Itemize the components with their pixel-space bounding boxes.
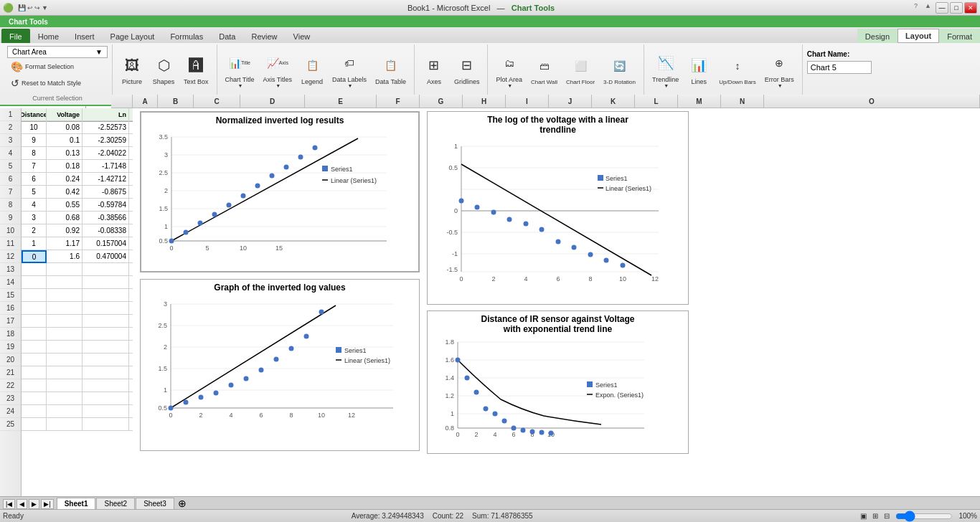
page-layout-view-icon[interactable]: ⊞: [872, 512, 878, 520]
normal-view-icon[interactable]: ▣: [860, 512, 867, 520]
tab-insert[interactable]: Insert: [67, 29, 103, 43]
row-num-7[interactable]: 7: [0, 186, 21, 199]
error-bars-btn[interactable]: ⊕ Error Bars▼: [761, 48, 798, 91]
cell-a4[interactable]: 8: [22, 147, 47, 160]
col-header-m[interactable]: M: [678, 95, 721, 108]
lines-btn[interactable]: 📊 Lines: [684, 48, 714, 91]
col-header-h[interactable]: H: [463, 95, 506, 108]
ribbon-minimize-icon[interactable]: ▲: [925, 2, 931, 14]
cell-a2[interactable]: 10: [22, 121, 47, 134]
tab-page-layout[interactable]: Page Layout: [103, 29, 163, 43]
row-num-4[interactable]: 4: [0, 147, 21, 160]
col-header-a[interactable]: A: [133, 95, 158, 108]
cell-c5[interactable]: -1.7148: [83, 160, 129, 173]
cell-a6[interactable]: 6: [22, 173, 47, 186]
chart-area-selector[interactable]: Chart Area ▼: [7, 46, 108, 58]
tab-view[interactable]: View: [286, 29, 319, 43]
cell-b10[interactable]: 0.92: [47, 224, 83, 237]
sheet-tab-sheet1[interactable]: Sheet1: [57, 498, 96, 509]
col-header-g[interactable]: G: [420, 95, 463, 108]
col-header-c[interactable]: C: [194, 95, 240, 108]
row-num-11[interactable]: 11: [0, 237, 21, 250]
row-num-15[interactable]: 15: [0, 289, 21, 302]
cell-a9[interactable]: 3: [22, 212, 47, 224]
chart-inverted-log[interactable]: Graph of the inverted log values: [140, 279, 420, 451]
tab-formulas[interactable]: Formulas: [162, 29, 211, 43]
row-num-22[interactable]: 22: [0, 379, 21, 392]
chart-log-voltage[interactable]: The log of the voltage with a lineartren…: [427, 111, 689, 305]
cell-b8[interactable]: 0.55: [47, 199, 83, 212]
cell-b5[interactable]: 0.18: [47, 160, 83, 173]
row-num-23[interactable]: 23: [0, 392, 21, 405]
minimize-button[interactable]: —: [936, 2, 948, 14]
cell-a7[interactable]: 5: [22, 186, 47, 199]
tab-file[interactable]: File: [1, 29, 30, 43]
cell-b1[interactable]: Voltage: [47, 108, 83, 121]
chart-ir-sensor[interactable]: Distance of IR sensor against Voltagewit…: [427, 310, 689, 454]
chart-name-input[interactable]: Chart 5: [807, 61, 872, 74]
tab-review[interactable]: Review: [243, 29, 285, 43]
cell-a10[interactable]: 2: [22, 224, 47, 237]
cell-b12[interactable]: 1.6: [47, 250, 83, 263]
cell-c13[interactable]: [83, 263, 129, 276]
cell-b6[interactable]: 0.24: [47, 173, 83, 186]
reset-style-btn[interactable]: ↺ Reset to Match Style: [7, 75, 85, 91]
row-num-18[interactable]: 18: [0, 328, 21, 341]
col-header-b[interactable]: B: [158, 95, 194, 108]
cell-a11[interactable]: 1: [22, 237, 47, 250]
col-header-rest[interactable]: O: [764, 95, 980, 108]
row-num-9[interactable]: 9: [0, 212, 21, 224]
row-num-16[interactable]: 16: [0, 302, 21, 315]
row-num-13[interactable]: 13: [0, 263, 21, 276]
cell-c12[interactable]: 0.470004: [83, 250, 129, 263]
sheet-nav-last[interactable]: ▶|: [41, 499, 53, 509]
redo-quick-btn[interactable]: ↪: [34, 4, 40, 11]
sheet-tab-sheet3[interactable]: Sheet3: [136, 498, 174, 509]
cell-a12[interactable]: 0: [22, 250, 47, 263]
row-num-2[interactable]: 2: [0, 121, 21, 134]
page-break-view-icon[interactable]: ⊟: [884, 512, 890, 520]
chart-normalized-log[interactable]: Normalized inverted log results: [140, 111, 420, 272]
text-box-btn[interactable]: 🅰 Text Box: [180, 48, 212, 91]
chart-title-btn[interactable]: 📊Title Chart Title▼: [222, 48, 258, 91]
cell-a8[interactable]: 4: [22, 199, 47, 212]
cell-c10[interactable]: -0.08338: [83, 224, 129, 237]
sheet-nav-next[interactable]: ▶: [29, 499, 39, 509]
row-num-12[interactable]: 12: [0, 250, 21, 263]
row-num-5[interactable]: 5: [0, 160, 21, 173]
row-num-19[interactable]: 19: [0, 341, 21, 353]
sheet-nav-first[interactable]: |◀: [3, 499, 15, 509]
cell-b13[interactable]: [47, 263, 83, 276]
dropdown-quick-btn[interactable]: ▼: [42, 4, 48, 11]
shapes-btn[interactable]: ⬡ Shapes: [149, 48, 179, 91]
cell-c4[interactable]: -2.04022: [83, 147, 129, 160]
cell-c7[interactable]: -0.8675: [83, 186, 129, 199]
close-button[interactable]: ✕: [964, 2, 977, 14]
cell-c8[interactable]: -0.59784: [83, 199, 129, 212]
cell-a13[interactable]: [22, 263, 47, 276]
row-num-8[interactable]: 8: [0, 199, 21, 212]
row-num-10[interactable]: 10: [0, 224, 21, 237]
legend-btn[interactable]: 📋 Legend: [297, 48, 327, 91]
row-num-24[interactable]: 24: [0, 405, 21, 418]
cell-c1[interactable]: Ln: [83, 108, 129, 121]
picture-btn[interactable]: 🖼 Picture: [117, 48, 147, 91]
col-header-i[interactable]: I: [506, 95, 549, 108]
add-sheet-icon[interactable]: ⊕: [178, 498, 187, 509]
tab-format[interactable]: Format: [939, 29, 980, 43]
col-header-d[interactable]: D: [240, 95, 305, 108]
row-num-6[interactable]: 6: [0, 173, 21, 186]
3d-rotation-btn[interactable]: 🔄 3-D Rotation: [600, 48, 639, 91]
cell-b11[interactable]: 1.17: [47, 237, 83, 250]
row-num-3[interactable]: 3: [0, 134, 21, 147]
cell-a3[interactable]: 9: [22, 134, 47, 147]
cell-a5[interactable]: 7: [22, 160, 47, 173]
cell-c11[interactable]: 0.157004: [83, 237, 129, 250]
data-table-btn[interactable]: 📋 Data Table: [372, 48, 410, 91]
sheet-nav-prev[interactable]: ◀: [17, 499, 27, 509]
col-header-k[interactable]: K: [592, 95, 635, 108]
col-header-j[interactable]: J: [549, 95, 592, 108]
col-header-e[interactable]: E: [305, 95, 377, 108]
trendline-btn[interactable]: 📉 Trendline▼: [649, 48, 682, 91]
chart-wall-btn[interactable]: 🗃 Chart Wall: [527, 48, 561, 91]
